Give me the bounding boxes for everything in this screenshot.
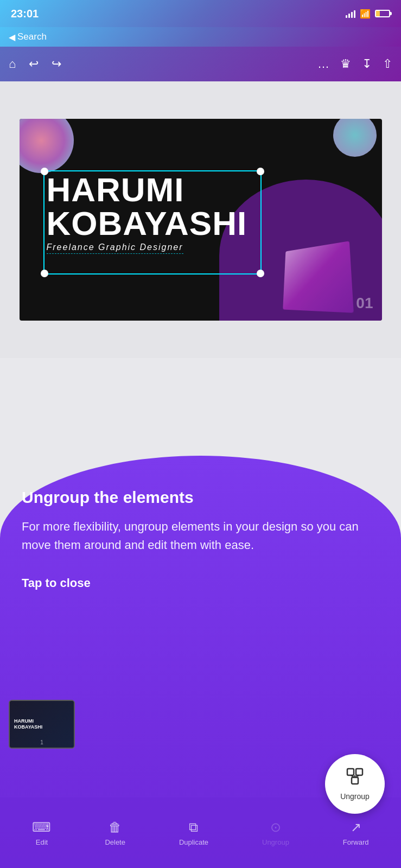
delete-icon: 🗑: [109, 820, 122, 835]
duplicate-icon: ⧉: [189, 820, 198, 835]
main-toolbar: ⌂ ↩ ↪ … ♛ ↧ ⇧: [0, 47, 401, 81]
card-circle-left: [20, 119, 74, 173]
bottom-tool-delete[interactable]: 🗑 Delete: [105, 820, 125, 846]
svg-rect-2: [352, 777, 358, 784]
svg-rect-1: [356, 769, 362, 775]
undo-button[interactable]: ↩: [29, 57, 39, 71]
signal-icon: [346, 9, 355, 18]
toolbar-right: … ♛ ↧ ⇧: [317, 57, 392, 71]
download-button[interactable]: ↧: [362, 57, 372, 71]
forward-icon: ↗: [351, 820, 361, 835]
handle-bottom-right[interactable]: [257, 270, 264, 277]
status-time: 23:01: [11, 8, 39, 20]
nav-bar: ◀ Search: [0, 27, 401, 47]
redo-button[interactable]: ↪: [52, 57, 61, 71]
ungroup-icon: ⊙: [270, 820, 281, 835]
more-button[interactable]: …: [317, 57, 329, 71]
canvas-area[interactable]: HARUMI KOBAYASHI Freelance Graphic Desig…: [0, 81, 401, 358]
status-bar: 23:01 📶: [0, 0, 401, 27]
delete-label: Delete: [105, 838, 125, 846]
forward-label: Forward: [343, 838, 369, 846]
card-circle-right: [333, 119, 377, 157]
bottom-tool-duplicate[interactable]: ⧉ Duplicate: [179, 820, 208, 846]
page-thumbnail[interactable]: HARUMIKOBAYASHI 1: [9, 700, 75, 749]
card-page-number: 01: [356, 295, 373, 312]
crown-icon[interactable]: ♛: [340, 57, 351, 71]
handle-top-right[interactable]: [257, 168, 264, 175]
status-icons: 📶: [346, 9, 390, 19]
bottom-tool-forward[interactable]: ↗ Forward: [343, 820, 369, 846]
ungroup-fab-button[interactable]: Ungroup: [325, 754, 385, 814]
bottom-tool-ungroup[interactable]: ⊙ Ungroup: [262, 820, 289, 846]
tooltip-title: Ungroup the elements: [22, 488, 379, 507]
edit-icon: ⌨: [32, 820, 51, 835]
design-card[interactable]: HARUMI KOBAYASHI Freelance Graphic Desig…: [20, 119, 382, 321]
bottom-tool-edit[interactable]: ⌨ Edit: [32, 820, 51, 846]
share-button[interactable]: ⇧: [383, 57, 392, 71]
toolbar-left: ⌂ ↩ ↪: [9, 57, 61, 71]
back-arrow-icon: ◀: [9, 32, 15, 42]
ungroup-label: Ungroup: [262, 838, 289, 846]
handle-bottom-left[interactable]: [41, 270, 48, 277]
ungroup-fab-label: Ungroup: [340, 792, 370, 801]
battery-icon: [375, 10, 390, 17]
ungroup-fab-icon: [346, 768, 364, 789]
selection-box: [43, 170, 262, 275]
back-button[interactable]: ◀ Search: [9, 31, 47, 42]
duplicate-label: Duplicate: [179, 838, 208, 846]
thumbnail-strip: HARUMIKOBAYASHI 1: [9, 700, 75, 749]
card-3d-block: [283, 241, 354, 313]
edit-label: Edit: [36, 838, 48, 846]
handle-top-left[interactable]: [41, 168, 48, 175]
thumbnail-page-number: 1: [40, 739, 43, 745]
svg-rect-0: [347, 769, 354, 775]
back-label: Search: [17, 31, 47, 42]
wifi-icon: 📶: [360, 9, 371, 19]
home-button[interactable]: ⌂: [9, 57, 16, 71]
tooltip-description: For more flexibility, ungroup elements i…: [22, 518, 379, 554]
tooltip-tap-label[interactable]: Tap to close: [22, 576, 379, 590]
